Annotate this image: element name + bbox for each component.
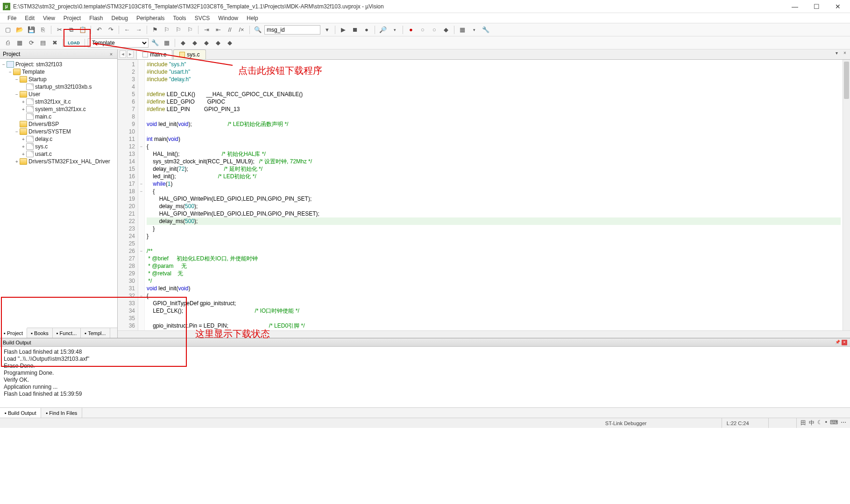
tree-expander-icon[interactable]: +	[21, 137, 26, 142]
code-editor[interactable]: #include "sys.h"#include "usart.h"#inclu…	[145, 60, 843, 330]
tree-expander-icon[interactable]: +	[21, 107, 26, 112]
configure-icon[interactable]: 🔧	[481, 25, 491, 35]
tree-node[interactable]: +delay.c	[1, 135, 116, 143]
indent-icon[interactable]: ⇥	[201, 25, 212, 35]
close-button[interactable]: ✕	[831, 2, 844, 11]
bookmark-next-icon[interactable]: ⚐	[173, 25, 184, 35]
fold-column[interactable]: −−−−−	[138, 60, 145, 330]
tree-node[interactable]: startup_stm32f103xb.s	[1, 83, 116, 91]
record-icon[interactable]: ●	[406, 25, 416, 35]
build-icon[interactable]: ▦	[14, 38, 25, 48]
tab-dropdown-icon[interactable]: ▾	[833, 50, 840, 57]
pack-4-icon[interactable]: ◆	[213, 38, 223, 48]
window-layout-icon[interactable]: ▦	[457, 25, 468, 35]
tab-history-back-icon[interactable]: ◄	[120, 50, 126, 58]
tree-expander-icon[interactable]: −	[14, 92, 20, 97]
project-tab-books[interactable]: ▪Books	[27, 328, 52, 338]
pack-5-icon[interactable]: ◆	[225, 38, 235, 48]
tab-close-icon[interactable]: ×	[842, 50, 848, 57]
tray-keyboard-icon[interactable]: ⌨	[830, 419, 838, 427]
tree-expander-icon[interactable]: +	[21, 144, 26, 149]
menu-svcs[interactable]: SVCS	[191, 14, 214, 22]
tray-more-icon[interactable]: ⋯	[841, 419, 846, 427]
analyzer-icon[interactable]: ◆	[441, 25, 451, 35]
tree-expander-icon[interactable]: −	[14, 129, 20, 134]
tree-expander-icon[interactable]	[14, 122, 20, 127]
menu-flash[interactable]: Flash	[85, 14, 106, 22]
project-root[interactable]: Project: stm32f103	[15, 61, 62, 68]
search-input[interactable]	[264, 25, 320, 35]
project-tab-templ[interactable]: ▪Templ...	[81, 328, 110, 338]
editor-tab[interactable]: main.c	[136, 49, 172, 59]
nav-back-icon[interactable]: ←	[122, 25, 132, 35]
copy-icon[interactable]: ⧉	[66, 25, 76, 35]
editor-tab[interactable]: sys.c	[173, 49, 205, 59]
editor-scrollbar-vertical[interactable]	[843, 60, 850, 330]
tree-node[interactable]: +sys.c	[1, 143, 116, 150]
menu-file[interactable]: File	[4, 14, 20, 22]
project-tree[interactable]: −Project: stm32f103 −Template−Startup st…	[0, 59, 117, 328]
new-file-icon[interactable]: ▢	[3, 25, 13, 35]
manage-icon[interactable]: ▦	[162, 38, 172, 48]
menu-debug[interactable]: Debug	[108, 14, 132, 22]
project-tab-funct[interactable]: ▪Funct...	[53, 328, 81, 338]
debug-start-icon[interactable]: ▶	[338, 25, 348, 35]
menu-edit[interactable]: Edit	[21, 14, 38, 22]
tree-expander-icon[interactable]: −	[7, 70, 13, 75]
menu-window[interactable]: Window	[214, 14, 242, 22]
minimize-button[interactable]: —	[788, 2, 801, 11]
tree-expander-icon[interactable]: +	[21, 99, 26, 105]
tree-node[interactable]: −User	[1, 91, 116, 98]
build-close-icon[interactable]: ×	[842, 340, 847, 345]
tree-node[interactable]: main.c	[1, 113, 116, 120]
tree-node[interactable]: +stm32f1xx_it.c	[1, 98, 116, 105]
target-select[interactable]: Template	[88, 38, 149, 48]
maximize-button[interactable]: ☐	[810, 2, 823, 11]
outdent-icon[interactable]: ⇤	[213, 25, 223, 35]
save-all-icon[interactable]: ⎘	[38, 25, 48, 35]
tab-history-fwd-icon[interactable]: ►	[127, 50, 134, 58]
menu-project[interactable]: Project	[60, 14, 85, 22]
redo-icon[interactable]: ↷	[106, 25, 116, 35]
stop-build-icon[interactable]: ✖	[50, 38, 60, 48]
uncomment-icon[interactable]: /×	[236, 25, 247, 35]
tray-lang-icon[interactable]: 中	[809, 419, 815, 427]
build-pin-icon[interactable]: 📌	[835, 340, 840, 345]
tree-node[interactable]: −Startup	[1, 76, 116, 83]
translate-icon[interactable]: ⎙	[3, 38, 13, 48]
menu-help[interactable]: Help	[243, 14, 262, 22]
tree-node[interactable]: +system_stm32f1xx.c	[1, 105, 116, 113]
tree-expander-icon[interactable]: −	[14, 77, 20, 82]
bottom-tab-build-output[interactable]: ▪Build Output	[0, 408, 41, 418]
tree-node[interactable]: +usart.c	[1, 150, 116, 158]
find-next-icon[interactable]: ▾	[322, 25, 332, 35]
project-panel-close-icon[interactable]: ×	[108, 51, 114, 57]
rebuild-icon[interactable]: ⟳	[26, 38, 36, 48]
open-file-icon[interactable]: 📂	[14, 25, 25, 35]
pack-3-icon[interactable]: ◆	[201, 38, 212, 48]
tray-ime-icon[interactable]: 田	[800, 419, 806, 427]
breakpoint-icon[interactable]: ●	[361, 25, 372, 35]
project-tab-project[interactable]: ▪Project	[0, 328, 27, 338]
download-button[interactable]: LOAD	[66, 38, 82, 48]
cut-icon[interactable]: ✂	[54, 25, 64, 35]
find-icon[interactable]: 🔍	[253, 25, 263, 35]
nav-forward-icon[interactable]: →	[134, 25, 144, 35]
bookmark-clear-icon[interactable]: ⚐	[185, 25, 195, 35]
build-output-body[interactable]: Flash Load finished at 15:39:48Load "..\…	[0, 347, 850, 407]
debug-stop-icon[interactable]: ⏹	[350, 25, 360, 35]
editor-scrollbar-horizontal[interactable]	[118, 330, 850, 338]
batch-build-icon[interactable]: ▤	[38, 38, 48, 48]
record-stop-icon[interactable]: ○	[418, 25, 428, 35]
bookmark-toggle-icon[interactable]: ⚑	[150, 25, 160, 35]
menu-peripherals[interactable]: Peripherals	[133, 14, 169, 22]
tray-moon-icon[interactable]: ☾	[817, 419, 822, 427]
tree-node[interactable]: −Drivers/SYSTEM	[1, 128, 116, 135]
comment-icon[interactable]: //	[225, 25, 235, 35]
paste-icon[interactable]: 📋	[78, 25, 88, 35]
tree-expander-icon[interactable]: +	[21, 152, 26, 157]
tray-dot-icon[interactable]: •	[825, 419, 827, 427]
tree-node[interactable]: Drivers/BSP	[1, 120, 116, 128]
target-options-icon[interactable]: 🔧	[150, 38, 160, 48]
tree-node[interactable]: −Template	[1, 68, 116, 76]
